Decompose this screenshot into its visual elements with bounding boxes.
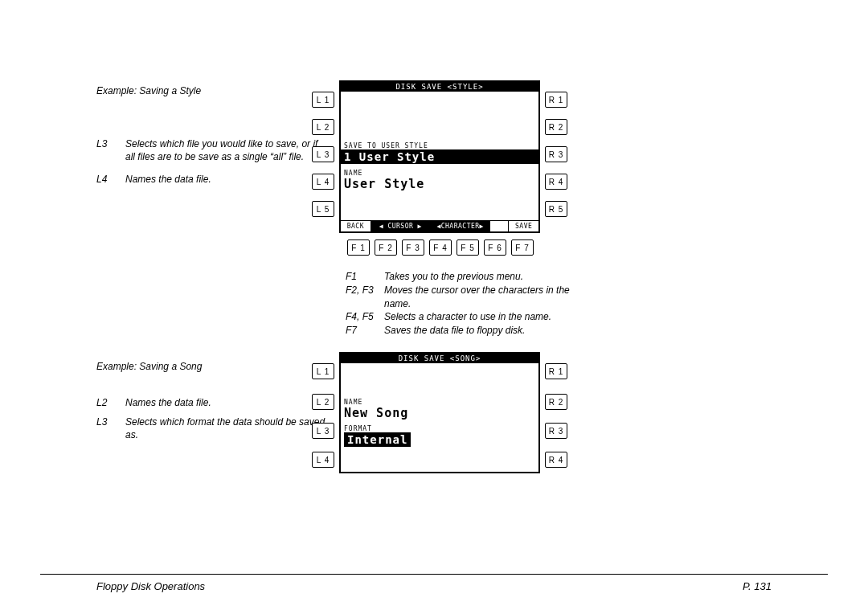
def-row: L2 Names the data file.: [96, 396, 330, 409]
label-name: NAME: [341, 170, 538, 177]
label-name: NAME: [341, 399, 538, 406]
def-val: Selects which format the data should be …: [125, 415, 330, 441]
btn-L3[interactable]: L 3: [312, 146, 334, 162]
def-row: L3 Selects which format the data should …: [96, 415, 330, 441]
btn-L5[interactable]: L 5: [312, 201, 334, 217]
btn-F2[interactable]: F 2: [375, 239, 397, 256]
def-key: L4: [96, 173, 125, 186]
example1-heading: Example: Saving a Style: [96, 84, 330, 97]
btn-L3[interactable]: L 3: [312, 423, 334, 439]
btn-L1[interactable]: L 1: [312, 363, 334, 379]
lcd-screen-song: DISK SAVE <SONG> NAME New Song FORMAT In…: [339, 352, 540, 473]
fn-key: F4, F5: [346, 310, 384, 324]
fn-key: F2, F3: [346, 284, 384, 311]
def-row: L3 Selects which file you would like to …: [96, 137, 330, 163]
fn-row: F1Takes you to the previous menu.: [346, 270, 571, 284]
btn-R2[interactable]: R 2: [545, 394, 567, 410]
footer-save: SAVE: [509, 221, 538, 231]
fn-val: Moves the cursor over the characters in …: [384, 284, 571, 311]
item-user-style: 1 User Style: [341, 149, 538, 164]
lcd-title: DISK SAVE <STYLE>: [341, 82, 538, 92]
label-format: FORMAT: [341, 425, 538, 432]
btn-R5[interactable]: R 5: [545, 201, 567, 217]
def-val: Names the data file.: [125, 396, 330, 409]
lcd-screen-style: DISK SAVE <STYLE> SAVE TO USER STYLE 1 U…: [339, 80, 540, 233]
btn-F4[interactable]: F 4: [429, 239, 452, 256]
btn-R2[interactable]: R 2: [545, 119, 567, 135]
footer-blank: [490, 221, 509, 231]
def-row: L4 Names the data file.: [96, 173, 330, 186]
footer-back: BACK: [341, 221, 371, 231]
btn-F1[interactable]: F 1: [347, 239, 370, 256]
def-val: Selects which file you would like to sav…: [125, 137, 330, 163]
btn-R1[interactable]: R 1: [545, 363, 567, 379]
fn-val: Saves the data file to floppy disk.: [384, 324, 571, 338]
btn-F3[interactable]: F 3: [402, 239, 424, 256]
lcd-title: DISK SAVE <SONG>: [341, 354, 538, 363]
def-key: L3: [96, 415, 125, 441]
fn-key: F1: [346, 270, 384, 284]
value-format: Internal: [344, 432, 411, 447]
btn-R4[interactable]: R 4: [545, 452, 567, 468]
def-key: L3: [96, 137, 125, 163]
btn-R3[interactable]: R 3: [545, 146, 567, 162]
fn-row: F2, F3Moves the cursor over the characte…: [346, 284, 571, 311]
footer-character: ◀CHARACTER▶: [431, 221, 490, 231]
fn-val: Selects a character to use in the name.: [384, 310, 571, 324]
label-save-to: SAVE TO USER STYLE: [341, 142, 538, 149]
btn-R1[interactable]: R 1: [545, 92, 567, 108]
fn-key: F7: [346, 324, 384, 338]
btn-F6[interactable]: F 6: [484, 239, 506, 256]
btn-R4[interactable]: R 4: [545, 174, 567, 190]
btn-L2[interactable]: L 2: [312, 119, 334, 135]
def-val: Names the data file.: [125, 173, 330, 186]
btn-F7[interactable]: F 7: [511, 239, 534, 256]
fn-row: F7Saves the data file to floppy disk.: [346, 324, 571, 338]
value-name: User Style: [341, 177, 538, 191]
fn-val: Takes you to the previous menu.: [384, 270, 571, 284]
fn-row: F4, F5Selects a character to use in the …: [346, 310, 571, 324]
footer-cursor: ◀ CURSOR ▶: [371, 221, 431, 231]
value-name: New Song: [341, 406, 538, 420]
footer-right: P. 131: [743, 580, 772, 592]
btn-L4[interactable]: L 4: [312, 174, 334, 190]
btn-R3[interactable]: R 3: [545, 423, 567, 439]
btn-L2[interactable]: L 2: [312, 394, 334, 410]
btn-F5[interactable]: F 5: [457, 239, 479, 256]
btn-L4[interactable]: L 4: [312, 452, 334, 468]
footer-left: Floppy Disk Operations: [96, 580, 205, 592]
btn-L1[interactable]: L 1: [312, 92, 334, 108]
def-key: L2: [96, 396, 125, 409]
example2-heading: Example: Saving a Song: [96, 360, 330, 373]
